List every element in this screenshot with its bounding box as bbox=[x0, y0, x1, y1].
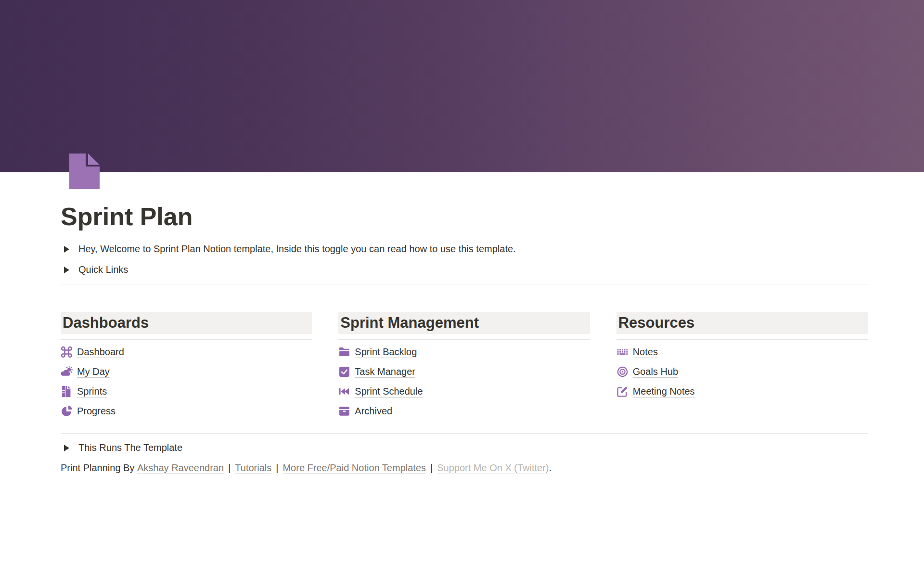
footer-link-support[interactable]: Support Me On X (Twitter) bbox=[437, 462, 549, 474]
footer-separator: | bbox=[228, 462, 231, 474]
divider bbox=[61, 433, 868, 434]
archive-icon bbox=[338, 405, 350, 417]
footer-credits: Print Planning By Akshay Raveendran | Tu… bbox=[61, 462, 871, 474]
footer-period: . bbox=[549, 462, 552, 474]
checkbox-icon bbox=[338, 366, 350, 378]
command-icon bbox=[61, 346, 73, 358]
divider bbox=[61, 284, 868, 284]
target-icon bbox=[616, 366, 629, 378]
edit-icon bbox=[616, 385, 629, 397]
folder-icon bbox=[338, 346, 350, 358]
toggle-triangle-icon[interactable] bbox=[61, 445, 78, 451]
column-heading-dashboards: Dashboards bbox=[61, 312, 312, 334]
toggle-triangle-icon[interactable] bbox=[61, 267, 78, 273]
toggle-runs-template[interactable]: This Runs The Template bbox=[61, 437, 871, 458]
divider bbox=[61, 339, 312, 340]
link-columns: Dashboards Dashboard bbox=[61, 312, 868, 421]
page-link-sprints[interactable]: Sprints bbox=[61, 382, 312, 401]
column-resources: Resources Notes bbox=[616, 312, 868, 421]
page-link-meeting-notes[interactable]: Meeting Notes bbox=[616, 382, 868, 401]
footer-link-tutorials[interactable]: Tutorials bbox=[235, 462, 271, 474]
page-link-notes[interactable]: Notes bbox=[616, 342, 868, 362]
column-dashboards: Dashboards Dashboard bbox=[61, 312, 312, 421]
page-link-goals-hub[interactable]: Goals Hub bbox=[616, 362, 868, 382]
rewind-icon bbox=[338, 385, 350, 397]
toggle-quick-links[interactable]: Quick Links bbox=[61, 259, 871, 280]
footer-prefix: Print Planning By bbox=[61, 462, 137, 474]
page-link-progress[interactable]: Progress bbox=[61, 401, 312, 421]
keyboard-icon bbox=[616, 346, 629, 358]
page-link-sprint-backlog[interactable]: Sprint Backlog bbox=[338, 342, 590, 362]
column-sprint-management: Sprint Management Sprint Backlog bbox=[338, 312, 590, 421]
page-document-icon[interactable] bbox=[69, 152, 100, 189]
column-heading-sprint-management: Sprint Management bbox=[338, 312, 590, 334]
sun-cloud-icon bbox=[61, 366, 73, 378]
page-link-sprint-schedule[interactable]: Sprint Schedule bbox=[338, 382, 590, 401]
page-link-my-day[interactable]: My Day bbox=[61, 362, 312, 382]
page-link-dashboard[interactable]: Dashboard bbox=[61, 342, 312, 362]
footer-link-more-templates[interactable]: More Free/Paid Notion Templates bbox=[282, 462, 426, 474]
document-lines-icon bbox=[61, 385, 73, 397]
divider bbox=[616, 339, 868, 340]
pie-chart-icon bbox=[61, 405, 73, 417]
page-link-archived[interactable]: Archived bbox=[338, 401, 590, 421]
toggle-triangle-icon[interactable] bbox=[61, 246, 78, 253]
footer-link-author[interactable]: Akshay Raveendran bbox=[137, 462, 224, 474]
footer-separator: | bbox=[276, 462, 278, 474]
footer-separator: | bbox=[430, 462, 433, 474]
page-link-task-manager[interactable]: Task Manager bbox=[338, 362, 590, 382]
divider bbox=[338, 339, 590, 340]
page-title: Sprint Plan bbox=[61, 202, 871, 231]
toggle-welcome[interactable]: Hey, Welcome to Sprint Plan Notion templ… bbox=[61, 239, 871, 259]
column-heading-resources: Resources bbox=[616, 312, 868, 334]
page-cover bbox=[0, 0, 924, 172]
